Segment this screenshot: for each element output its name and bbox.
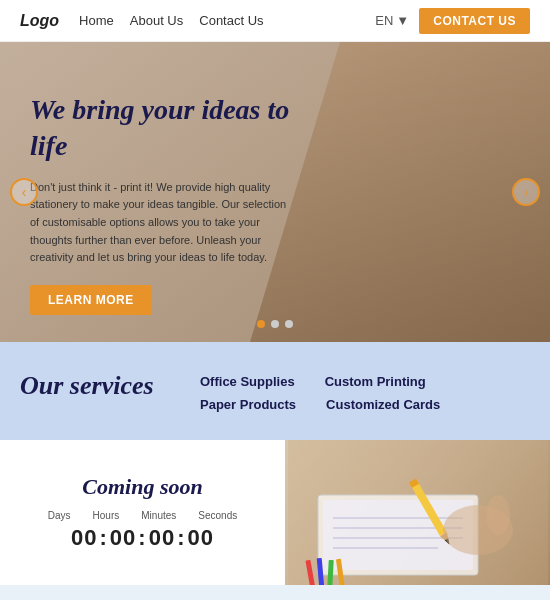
coming-soon-title: Coming soon	[82, 474, 202, 500]
nav-home[interactable]: Home	[79, 13, 114, 28]
services-links: Office Supplies Custom Printing Paper Pr…	[200, 370, 530, 412]
lang-label: EN	[375, 13, 393, 28]
chevron-down-icon: ▼	[396, 13, 409, 28]
timer-sep-3: :	[177, 525, 185, 551]
services-section: Our services Office Supplies Custom Prin…	[0, 342, 550, 440]
hero-dot-3[interactable]	[285, 320, 293, 328]
nav-right: EN ▼ CONTACT US	[375, 8, 530, 34]
coming-soon-section: Coming soon Days Hours Minutes Seconds 0…	[0, 440, 550, 585]
hero-prev-arrow[interactable]: ‹	[10, 178, 38, 206]
timer-display: 00 : 00 : 00 : 00	[71, 525, 214, 551]
service-customized-cards[interactable]: Customized Cards	[326, 397, 440, 412]
language-selector[interactable]: EN ▼	[375, 13, 409, 28]
logo: Logo	[20, 12, 59, 30]
services-title: Our services	[20, 370, 180, 401]
navbar: Logo Home About Us Contact Us EN ▼ CONTA…	[0, 0, 550, 42]
drawing-decoration	[285, 440, 550, 585]
hero-dots	[257, 320, 293, 328]
learn-more-button[interactable]: LEARN MORE	[30, 285, 152, 315]
timer-seconds: 00	[187, 525, 213, 551]
timer-label-hours: Hours	[93, 510, 120, 521]
timer-sep-2: :	[138, 525, 146, 551]
timer-label-minutes: Minutes	[141, 510, 176, 521]
nav-contact[interactable]: Contact Us	[199, 13, 263, 28]
timer-label-days: Days	[48, 510, 71, 521]
timer-labels: Days Hours Minutes Seconds	[48, 510, 237, 521]
featured-section: FEATURED ITEMS Featured S	[0, 585, 550, 600]
hero-content: We bring your ideas to life Don't just t…	[0, 42, 320, 335]
timer-minutes: 00	[149, 525, 175, 551]
nav-links: Home About Us Contact Us	[79, 13, 263, 28]
hero-section: ‹ We bring your ideas to life Don't just…	[0, 42, 550, 342]
coming-soon-left: Coming soon Days Hours Minutes Seconds 0…	[0, 440, 285, 585]
timer-sep-1: :	[100, 525, 108, 551]
hero-next-arrow[interactable]: ›	[512, 178, 540, 206]
timer-label-seconds: Seconds	[198, 510, 237, 521]
service-paper-products[interactable]: Paper Products	[200, 397, 296, 412]
hero-dot-2[interactable]	[271, 320, 279, 328]
hero-dot-1[interactable]	[257, 320, 265, 328]
hero-description: Don't just think it - print it! We provi…	[30, 179, 290, 267]
svg-point-16	[486, 495, 510, 535]
timer-days: 00	[71, 525, 97, 551]
service-office-supplies[interactable]: Office Supplies	[200, 374, 295, 389]
nav-about[interactable]: About Us	[130, 13, 183, 28]
hero-title: We bring your ideas to life	[30, 92, 290, 165]
nav-left: Logo Home About Us Contact Us	[20, 12, 264, 30]
contact-button[interactable]: CONTACT US	[419, 8, 530, 34]
service-custom-printing[interactable]: Custom Printing	[325, 374, 426, 389]
coming-soon-image	[285, 440, 550, 585]
timer-hours: 00	[110, 525, 136, 551]
